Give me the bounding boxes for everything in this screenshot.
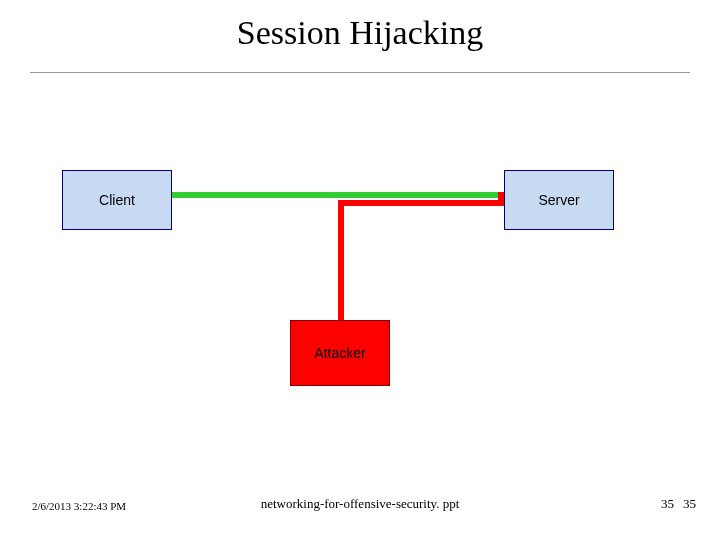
- node-client-label: Client: [99, 192, 135, 208]
- node-client: Client: [62, 170, 172, 230]
- footer-page-b: 35: [683, 496, 696, 512]
- title-divider: [30, 72, 690, 73]
- node-server: Server: [504, 170, 614, 230]
- slide-title: Session Hijacking: [0, 14, 720, 52]
- edge-client-server: [172, 192, 504, 198]
- node-attacker: Attacker: [290, 320, 390, 386]
- node-attacker-label: Attacker: [314, 345, 365, 361]
- node-server-label: Server: [538, 192, 579, 208]
- footer-page-a: 35: [661, 496, 674, 512]
- footer-filename: networking-for-offensive-security. ppt: [0, 496, 720, 512]
- edge-attacker-server-v2: [338, 200, 344, 320]
- edge-attacker-server: [338, 200, 504, 206]
